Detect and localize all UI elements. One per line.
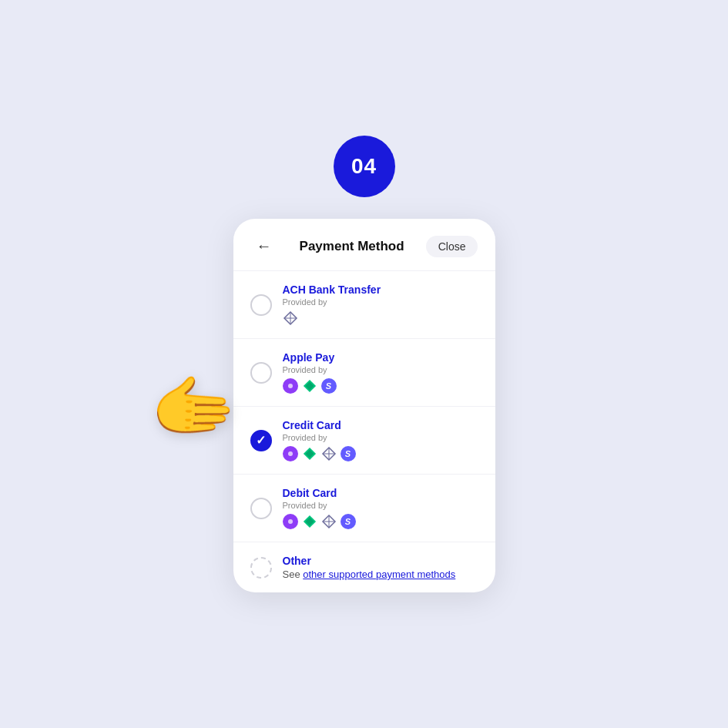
payment-name-apple-pay: Apple Pay xyxy=(283,351,478,364)
provided-by-debit-card: Provided by xyxy=(283,501,478,510)
back-button[interactable]: ← xyxy=(250,234,278,258)
provider-icon-purple-cc xyxy=(283,446,298,461)
provider-icons-debit-card: S xyxy=(283,514,478,529)
step-number: 04 xyxy=(351,154,377,179)
radio-apple-pay[interactable] xyxy=(250,362,272,384)
provider-icon-outline-dc xyxy=(321,514,337,529)
provider-icon-green-dc xyxy=(302,514,317,529)
scene: 04 ← Payment Method Close ACH Bank Trans… xyxy=(0,0,728,728)
radio-debit-card[interactable] xyxy=(250,498,272,519)
close-button[interactable]: Close xyxy=(426,236,478,257)
payment-item-debit-card[interactable]: Debit Card Provided by xyxy=(233,475,495,542)
card-header: ← Payment Method Close xyxy=(233,219,495,271)
payment-name-other: Other xyxy=(283,555,478,567)
payment-info-debit-card: Debit Card Provided by xyxy=(283,487,478,529)
provided-by-apple-pay: Provided by xyxy=(283,365,478,374)
provider-icon-stripe-dc: S xyxy=(341,514,356,529)
provider-icon-green-apple-pay xyxy=(302,378,317,394)
payment-name-debit-card: Debit Card xyxy=(283,487,478,499)
payment-list: ACH Bank Transfer Provided by xyxy=(233,271,495,592)
other-link[interactable]: other supported payment methods xyxy=(303,569,455,580)
provider-icon-stripe-apple-pay: S xyxy=(321,378,337,394)
provider-icon-outline-cc xyxy=(321,446,337,461)
hand-illustration: 🫱 xyxy=(150,372,237,441)
payment-item-ach[interactable]: ACH Bank Transfer Provided by xyxy=(233,271,495,339)
check-icon: ✓ xyxy=(256,434,266,447)
provider-icons-ach xyxy=(283,310,478,326)
provider-icon-green-cc xyxy=(302,446,317,461)
page-title: Payment Method xyxy=(300,239,404,254)
provider-icon-diamond-outline-ach xyxy=(283,310,298,326)
payment-name-credit-card: Credit Card xyxy=(283,419,478,431)
payment-info-credit-card: Credit Card Provided by xyxy=(283,419,478,461)
payment-item-credit-card[interactable]: ✓ Credit Card Provided by xyxy=(233,407,495,475)
payment-name-ach: ACH Bank Transfer xyxy=(283,283,478,296)
provider-icon-purple-apple-pay xyxy=(283,378,298,394)
radio-other[interactable] xyxy=(250,557,272,579)
payment-info-apple-pay: Apple Pay Provided by S xyxy=(283,351,478,394)
phone-card: ← Payment Method Close ACH Bank Transfer… xyxy=(233,219,495,592)
payment-info-other: Other See other supported payment method… xyxy=(283,555,478,580)
radio-ach[interactable] xyxy=(250,294,272,316)
provider-icon-stripe-cc: S xyxy=(341,446,356,461)
payment-item-other[interactable]: Other See other supported payment method… xyxy=(233,542,495,592)
provided-by-ach: Provided by xyxy=(283,297,478,307)
provider-icons-credit-card: S xyxy=(283,446,478,461)
step-badge: 04 xyxy=(334,136,395,197)
provider-icon-purple-dc xyxy=(283,514,298,529)
payment-item-apple-pay[interactable]: Apple Pay Provided by S xyxy=(233,339,495,407)
provider-icons-apple-pay: S xyxy=(283,378,478,394)
provided-by-credit-card: Provided by xyxy=(283,433,478,442)
payment-info-ach: ACH Bank Transfer Provided by xyxy=(283,283,478,326)
radio-credit-card[interactable]: ✓ xyxy=(250,430,272,451)
other-description: See other supported payment methods xyxy=(283,569,478,580)
other-see-label: See xyxy=(283,569,304,580)
